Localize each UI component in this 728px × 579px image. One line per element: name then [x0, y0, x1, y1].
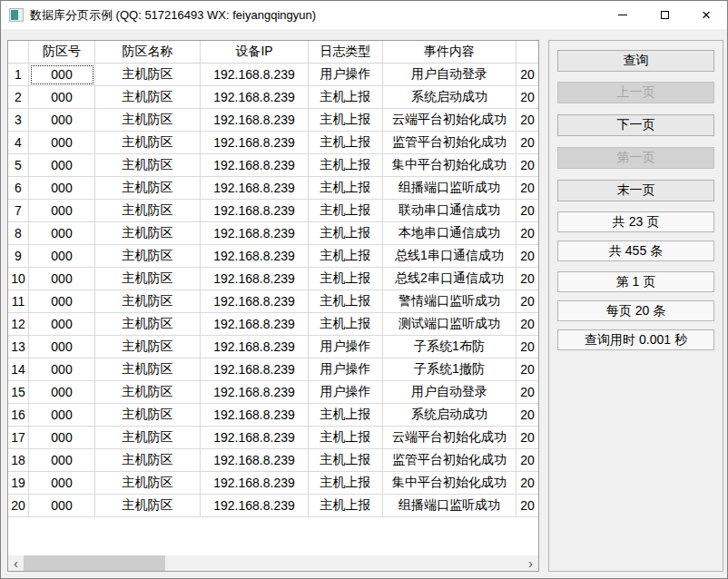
table-cell[interactable]: 192.168.8.239	[201, 177, 309, 200]
table-cell[interactable]: 主机上报	[309, 245, 383, 268]
table-cell[interactable]: 组播端口监听成功	[383, 177, 516, 200]
table-cell[interactable]: 000	[29, 381, 95, 404]
table-cell[interactable]: 系统启动成功	[383, 86, 516, 109]
table-cell[interactable]: 20	[516, 472, 538, 495]
table-cell[interactable]: 主机防区	[95, 449, 201, 472]
table-cell[interactable]: 20	[516, 381, 538, 404]
row-header[interactable]: 12	[8, 313, 29, 336]
table-cell[interactable]: 主机上报	[309, 132, 383, 154]
table-cell[interactable]: 用户自动登录	[383, 64, 516, 86]
table-cell[interactable]: 000	[29, 200, 95, 222]
column-header[interactable]	[516, 41, 538, 64]
table-cell[interactable]: 192.168.8.239	[201, 472, 309, 495]
table-cell[interactable]: 000	[29, 154, 95, 177]
table-cell[interactable]: 子系统1布防	[383, 336, 516, 358]
row-header[interactable]: 2	[8, 86, 29, 109]
table-cell[interactable]: 用户操作	[309, 381, 383, 404]
table-cell[interactable]: 监管平台初始化成功	[383, 449, 516, 472]
table-cell[interactable]: 20	[516, 222, 538, 245]
table-cell[interactable]: 系统启动成功	[383, 404, 516, 427]
table-cell[interactable]: 192.168.8.239	[201, 222, 309, 245]
close-button[interactable]: ×	[685, 1, 727, 29]
table-cell[interactable]: 192.168.8.239	[201, 64, 309, 86]
table-cell[interactable]: 监管平台初始化成功	[383, 132, 516, 154]
table-cell[interactable]: 192.168.8.239	[201, 109, 309, 132]
row-header[interactable]: 6	[8, 177, 29, 200]
table-cell[interactable]: 000	[29, 245, 95, 268]
table-cell[interactable]: 主机防区	[95, 290, 201, 313]
table-cell[interactable]: 000	[29, 358, 95, 381]
table-cell[interactable]: 20	[516, 336, 538, 358]
row-header[interactable]: 19	[8, 472, 29, 495]
table-cell[interactable]: 000	[29, 427, 95, 449]
table-cell[interactable]: 组播端口监听成功	[383, 495, 516, 517]
table-cell[interactable]: 20	[516, 177, 538, 200]
table-cell[interactable]: 主机防区	[95, 358, 201, 381]
table-cell[interactable]: 联动串口通信成功	[383, 200, 516, 222]
table-cell[interactable]: 主机防区	[95, 495, 201, 517]
table-cell[interactable]: 20	[516, 132, 538, 154]
row-header[interactable]: 10	[8, 268, 29, 290]
table-cell[interactable]: 192.168.8.239	[201, 449, 309, 472]
table-cell[interactable]: 192.168.8.239	[201, 336, 309, 358]
row-header[interactable]: 16	[8, 404, 29, 427]
focused-cell[interactable]: 000	[29, 64, 95, 86]
table-cell[interactable]: 主机上报	[309, 109, 383, 132]
table-cell[interactable]: 主机防区	[95, 132, 201, 154]
row-header[interactable]: 9	[8, 245, 29, 268]
table-cell[interactable]: 192.168.8.239	[201, 427, 309, 449]
table-cell[interactable]: 主机防区	[95, 222, 201, 245]
table-cell[interactable]: 测试端口监听成功	[383, 313, 516, 336]
column-header[interactable]: 设备IP	[201, 41, 309, 64]
table-cell[interactable]: 192.168.8.239	[201, 132, 309, 154]
row-header[interactable]: 7	[8, 200, 29, 222]
table-cell[interactable]: 20	[516, 449, 538, 472]
table-cell[interactable]: 192.168.8.239	[201, 495, 309, 517]
table-cell[interactable]: 主机上报	[309, 472, 383, 495]
table-cell[interactable]: 子系统1撤防	[383, 358, 516, 381]
table-cell[interactable]: 192.168.8.239	[201, 404, 309, 427]
table-cell[interactable]: 20	[516, 427, 538, 449]
table-cell[interactable]: 192.168.8.239	[201, 154, 309, 177]
maximize-button[interactable]	[644, 1, 685, 29]
table-cell[interactable]: 192.168.8.239	[201, 200, 309, 222]
row-header[interactable]: 14	[8, 358, 29, 381]
scroll-left-arrow-icon[interactable]: ‹	[8, 555, 24, 571]
table-cell[interactable]: 主机上报	[309, 495, 383, 517]
table-cell[interactable]: 主机防区	[95, 245, 201, 268]
table-cell[interactable]: 000	[29, 222, 95, 245]
table-cell[interactable]: 用户操作	[309, 358, 383, 381]
table-cell[interactable]: 主机防区	[95, 154, 201, 177]
corner-header[interactable]	[8, 41, 29, 64]
table-cell[interactable]: 000	[29, 336, 95, 358]
table-cell[interactable]: 20	[516, 358, 538, 381]
table-cell[interactable]: 000	[29, 449, 95, 472]
table-cell[interactable]: 000	[29, 86, 95, 109]
table-cell[interactable]: 集中平台初始化成功	[383, 154, 516, 177]
table-cell[interactable]: 主机防区	[95, 381, 201, 404]
table-cell[interactable]: 主机上报	[309, 449, 383, 472]
query-button[interactable]: 查询	[557, 50, 714, 72]
table-cell[interactable]: 主机防区	[95, 200, 201, 222]
row-header[interactable]: 13	[8, 336, 29, 358]
table-cell[interactable]: 20	[516, 495, 538, 517]
minimize-button[interactable]	[602, 1, 644, 29]
table-cell[interactable]: 192.168.8.239	[201, 86, 309, 109]
table-cell[interactable]: 20	[516, 245, 538, 268]
titlebar[interactable]: 数据库分页示例 (QQ: 517216493 WX: feiyangqingyu…	[1, 1, 727, 29]
table-cell[interactable]: 主机上报	[309, 177, 383, 200]
row-header[interactable]: 20	[8, 495, 29, 517]
table-cell[interactable]: 主机上报	[309, 154, 383, 177]
table-cell[interactable]: 主机上报	[309, 268, 383, 290]
table-cell[interactable]: 192.168.8.239	[201, 381, 309, 404]
row-header[interactable]: 5	[8, 154, 29, 177]
row-header[interactable]: 1	[8, 64, 29, 86]
table-cell[interactable]: 主机防区	[95, 427, 201, 449]
table-cell[interactable]: 20	[516, 313, 538, 336]
table-cell[interactable]: 192.168.8.239	[201, 358, 309, 381]
table-cell[interactable]: 主机上报	[309, 427, 383, 449]
table-cell[interactable]: 20	[516, 64, 538, 86]
horizontal-scrollbar[interactable]: ‹ ›	[8, 555, 538, 571]
table-cell[interactable]: 20	[516, 154, 538, 177]
scrollbar-thumb[interactable]	[24, 555, 165, 571]
